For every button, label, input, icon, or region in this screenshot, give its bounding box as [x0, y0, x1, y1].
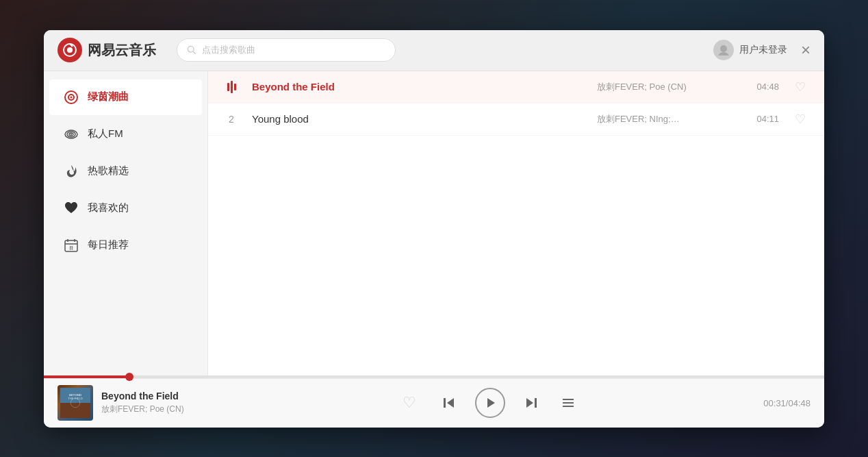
svg-text:THE FIELD: THE FIELD [68, 397, 83, 400]
calendar-icon: 日 [63, 237, 79, 254]
player-song-title: Beyond the Field [101, 391, 204, 402]
player-song-artist: 放刺FEVER; Poe (CN) [101, 404, 204, 415]
menu-button[interactable] [557, 392, 579, 414]
app-title: 网易云音乐 [88, 41, 156, 60]
svg-marker-25 [487, 398, 495, 408]
sidebar-item-favorites[interactable]: 我喜欢的 [49, 190, 202, 226]
song-title: Young blood [252, 113, 586, 125]
svg-rect-27 [535, 398, 537, 408]
content-area: Beyond the Field 放刺FEVER; Poe (CN) 04:48… [208, 71, 824, 375]
sidebar: 绿茵潮曲 私人FM [44, 71, 208, 375]
player-time-display: 00:31/04:48 [763, 398, 810, 408]
svg-point-8 [71, 96, 73, 98]
table-row[interactable]: 2 Young blood 放刺FEVER; NIng;… 04:11 ♡ [208, 103, 824, 136]
svg-rect-24 [444, 398, 446, 408]
svg-line-4 [193, 51, 195, 53]
song-number: 2 [222, 114, 241, 125]
album-art-image: BEYOND THE FIELD [58, 385, 93, 421]
app-logo-icon [58, 38, 82, 62]
user-avatar-icon [713, 40, 734, 60]
prev-button[interactable] [437, 391, 461, 415]
close-button[interactable]: × [801, 42, 810, 58]
fire-icon [63, 163, 79, 180]
logo-area: 网易云音乐 [58, 38, 156, 62]
main-body: 绿茵潮曲 私人FM [44, 71, 824, 375]
svg-point-1 [67, 47, 73, 53]
heart-icon [63, 200, 79, 217]
progress-bar-container[interactable] [44, 375, 824, 378]
radio-icon [63, 89, 79, 106]
song-title: Beyond the Field [252, 81, 586, 92]
sidebar-item-personal-fm[interactable]: 私人FM [49, 116, 202, 152]
sidebar-item-green-tea[interactable]: 绿茵潮曲 [49, 79, 202, 115]
fm-icon [63, 126, 79, 143]
player-info: Beyond the Field 放刺FEVER; Poe (CN) [101, 391, 204, 415]
svg-marker-26 [526, 398, 533, 408]
song-artists: 放刺FEVER; Poe (CN) [597, 81, 734, 93]
svg-marker-23 [447, 398, 454, 408]
sidebar-label-daily: 每日推荐 [88, 238, 129, 251]
playing-indicator [222, 81, 241, 93]
song-like-button[interactable]: ♡ [790, 79, 810, 95]
user-login-label: 用户未登录 [739, 44, 787, 56]
sidebar-label-fm: 私人FM [88, 127, 123, 140]
music-player-modal: 网易云音乐 点击搜索歌曲 用户未登录 × [44, 30, 824, 428]
sidebar-item-daily[interactable]: 日 每日推荐 [49, 227, 202, 263]
song-artists: 放刺FEVER; NIng;… [597, 113, 734, 125]
play-pause-button[interactable] [475, 388, 505, 418]
svg-point-12 [71, 134, 72, 135]
sidebar-label-hot: 热歌精选 [88, 164, 129, 177]
song-duration: 04:11 [745, 114, 779, 124]
search-icon [187, 45, 196, 55]
search-bar[interactable]: 点击搜索歌曲 [177, 38, 396, 62]
progress-fill [44, 375, 129, 378]
svg-text:日: 日 [69, 246, 73, 250]
search-placeholder: 点击搜索歌曲 [202, 44, 255, 56]
sidebar-label-green-tea: 绿茵潮曲 [88, 90, 129, 103]
player-controls: ♡ [218, 388, 763, 418]
sidebar-label-favorites: 我喜欢的 [88, 201, 129, 214]
table-row[interactable]: Beyond the Field 放刺FEVER; Poe (CN) 04:48… [208, 71, 824, 103]
song-duration: 04:48 [745, 82, 779, 92]
player-like-button[interactable]: ♡ [403, 394, 416, 412]
song-list: Beyond the Field 放刺FEVER; Poe (CN) 04:48… [208, 71, 824, 136]
sidebar-item-hot-songs[interactable]: 热歌精选 [49, 153, 202, 189]
album-art: BEYOND THE FIELD [58, 385, 93, 421]
song-like-button[interactable]: ♡ [790, 112, 810, 127]
svg-point-5 [720, 45, 727, 52]
header: 网易云音乐 点击搜索歌曲 用户未登录 × [44, 30, 824, 71]
next-button[interactable] [519, 391, 544, 415]
player-bar: BEYOND THE FIELD Beyond the Field 放刺FEVE… [44, 378, 824, 428]
user-area[interactable]: 用户未登录 [713, 40, 787, 60]
